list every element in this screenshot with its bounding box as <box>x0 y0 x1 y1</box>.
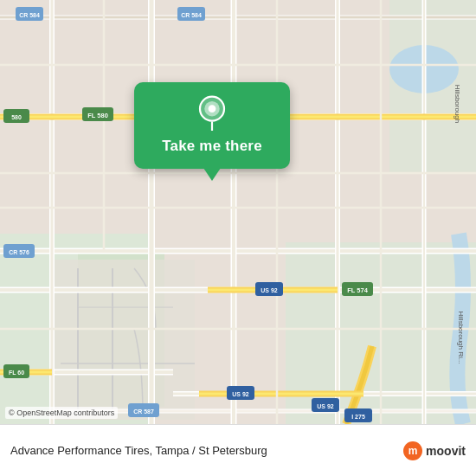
location-label: Advance Performance Tires, Tampa / St Pe… <box>10 444 396 457</box>
svg-point-81 <box>209 105 216 113</box>
map-attribution: © OpenStreetMap contributors <box>5 407 118 419</box>
svg-text:Hillsborough Ri...: Hillsborough Ri... <box>457 312 465 364</box>
svg-text:I 275: I 275 <box>351 414 365 420</box>
map-popup: Take me there <box>134 82 290 169</box>
map-view: CR 584 CR 584 580 FL 580 FL 580 CR 576 U… <box>0 0 476 424</box>
take-me-there-button[interactable]: Take me there <box>162 138 262 155</box>
svg-text:US 92: US 92 <box>261 287 278 293</box>
svg-text:US 92: US 92 <box>317 403 334 409</box>
svg-text:CR 584: CR 584 <box>19 12 40 18</box>
svg-text:CR 587: CR 587 <box>133 408 154 415</box>
moovit-icon: m <box>403 441 422 460</box>
svg-text:580: 580 <box>11 114 22 120</box>
location-pin-icon <box>194 94 230 131</box>
svg-text:US 92: US 92 <box>232 391 249 397</box>
svg-text:Hillsborough: Hillsborough <box>453 85 461 123</box>
svg-text:CR 584: CR 584 <box>181 12 202 18</box>
moovit-label: moovit <box>426 444 466 458</box>
svg-text:CR 576: CR 576 <box>9 249 29 255</box>
svg-text:FL 60: FL 60 <box>9 370 24 376</box>
svg-text:FL 574: FL 574 <box>347 286 368 294</box>
map-svg: CR 584 CR 584 580 FL 580 FL 580 CR 576 U… <box>0 0 476 424</box>
svg-text:FL 580: FL 580 <box>87 112 108 119</box>
bottom-bar: Advance Performance Tires, Tampa / St Pe… <box>0 424 476 476</box>
moovit-logo: m moovit <box>403 441 466 460</box>
